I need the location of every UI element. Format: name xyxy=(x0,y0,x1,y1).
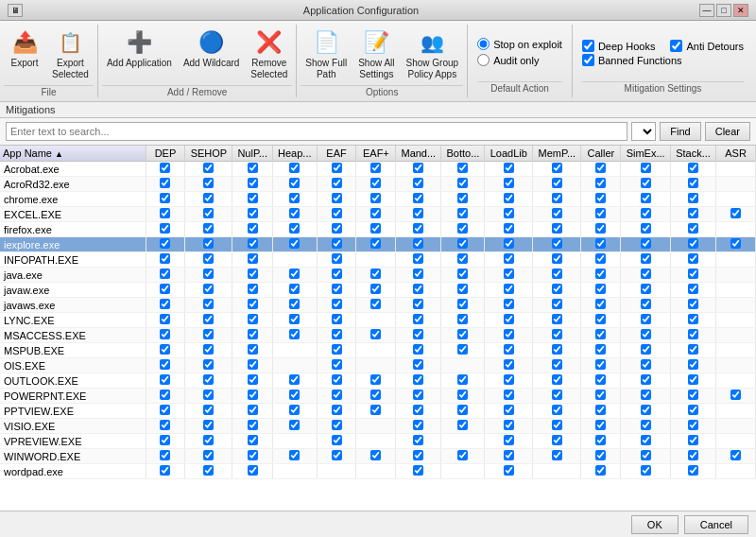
check-cell-stack[interactable] xyxy=(671,177,716,192)
checkbox-POWERPNT.EXE-eaf[interactable] xyxy=(332,390,342,400)
checkbox-VISIO.EXE-mand[interactable] xyxy=(413,420,423,430)
check-cell-heap[interactable] xyxy=(272,162,317,177)
check-cell-loadlib[interactable] xyxy=(485,449,533,464)
checkbox-POWERPNT.EXE-simex[interactable] xyxy=(641,390,651,400)
table-row[interactable]: LYNC.EXE xyxy=(0,313,756,328)
check-cell-loadlib[interactable] xyxy=(485,464,533,479)
checkbox-Acrobat.exe-simex[interactable] xyxy=(641,163,651,173)
checkbox-chrome.exe-stack[interactable] xyxy=(688,193,698,203)
check-cell-asr[interactable] xyxy=(716,404,756,419)
check-cell-loadlib[interactable] xyxy=(485,298,533,313)
check-cell-eaf[interactable] xyxy=(317,464,356,479)
check-cell-caller[interactable] xyxy=(581,389,621,404)
check-cell-dep[interactable] xyxy=(146,298,185,313)
checkbox-wordpad.exe-mand[interactable] xyxy=(413,465,423,476)
checkbox-OUTLOOK.EXE-botto[interactable] xyxy=(457,374,468,385)
check-cell-asr[interactable] xyxy=(716,222,756,237)
checkbox-Acrobat.exe-memp[interactable] xyxy=(552,163,562,173)
audit-only-radio[interactable] xyxy=(477,54,490,66)
check-cell-asr[interactable] xyxy=(716,389,756,404)
check-cell-heap[interactable] xyxy=(272,419,317,434)
checkbox-MSPUB.EXE-eaf[interactable] xyxy=(332,344,342,355)
checkbox-iexplore.exe-eafplus[interactable] xyxy=(370,238,381,249)
check-cell-mand[interactable] xyxy=(396,449,441,464)
check-cell-nulp[interactable] xyxy=(232,419,272,434)
checkbox-WINWORD.EXE-mand[interactable] xyxy=(413,450,423,460)
checkbox-INFOPATH.EXE-nulp[interactable] xyxy=(248,253,258,264)
check-cell-mand[interactable] xyxy=(396,464,441,479)
checkbox-LYNC.EXE-sehop[interactable] xyxy=(203,314,214,324)
checkbox-PPTVIEW.EXE-heap[interactable] xyxy=(289,405,300,415)
checkbox-iexplore.exe-stack[interactable] xyxy=(688,238,698,249)
check-cell-memp[interactable] xyxy=(533,449,581,464)
checkbox-INFOPATH.EXE-mand[interactable] xyxy=(413,253,423,264)
check-cell-eafplus[interactable] xyxy=(356,404,396,419)
check-cell-sehop[interactable] xyxy=(185,434,232,449)
checkbox-javaws.exe-botto[interactable] xyxy=(457,299,468,309)
check-cell-asr[interactable] xyxy=(716,328,756,343)
checkbox-OIS.EXE-loadlib[interactable] xyxy=(504,359,514,370)
check-cell-stack[interactable] xyxy=(671,268,716,283)
checkbox-LYNC.EXE-eaf[interactable] xyxy=(332,314,342,324)
check-cell-sehop[interactable] xyxy=(185,283,232,298)
check-cell-simex[interactable] xyxy=(621,222,671,237)
checkbox-javaw.exe-heap[interactable] xyxy=(289,284,300,294)
check-cell-caller[interactable] xyxy=(581,222,621,237)
checkbox-MSPUB.EXE-stack[interactable] xyxy=(688,344,698,355)
check-cell-mand[interactable] xyxy=(396,252,441,268)
table-row[interactable]: EXCEL.EXE xyxy=(0,207,756,222)
check-cell-stack[interactable] xyxy=(671,419,716,434)
export-button[interactable]: 📤 Export xyxy=(4,26,45,72)
checkbox-WINWORD.EXE-caller[interactable] xyxy=(595,450,606,460)
check-cell-caller[interactable] xyxy=(581,328,621,343)
check-cell-memp[interactable] xyxy=(533,252,581,268)
check-cell-loadlib[interactable] xyxy=(485,358,533,373)
checkbox-VISIO.EXE-eaf[interactable] xyxy=(332,420,342,430)
checkbox-LYNC.EXE-loadlib[interactable] xyxy=(504,314,514,324)
checkbox-firefox.exe-heap[interactable] xyxy=(289,223,300,234)
check-cell-mand[interactable] xyxy=(396,222,441,237)
check-cell-dep[interactable] xyxy=(146,373,185,389)
check-cell-eaf[interactable] xyxy=(317,419,356,434)
check-cell-nulp[interactable] xyxy=(232,162,272,177)
check-cell-eafplus[interactable] xyxy=(356,373,396,389)
checkbox-Acrobat.exe-heap[interactable] xyxy=(289,163,300,173)
check-cell-eaf[interactable] xyxy=(317,252,356,268)
check-cell-dep[interactable] xyxy=(146,237,185,252)
checkbox-INFOPATH.EXE-eaf[interactable] xyxy=(332,253,342,264)
check-cell-eaf[interactable] xyxy=(317,207,356,222)
check-cell-stack[interactable] xyxy=(671,404,716,419)
check-cell-caller[interactable] xyxy=(581,343,621,358)
checkbox-OUTLOOK.EXE-simex[interactable] xyxy=(641,374,651,385)
check-cell-nulp[interactable] xyxy=(232,434,272,449)
checkbox-OIS.EXE-eaf[interactable] xyxy=(332,359,342,370)
close-button[interactable]: ✕ xyxy=(733,4,748,17)
checkbox-VISIO.EXE-botto[interactable] xyxy=(457,420,468,430)
checkbox-EXCEL.EXE-asr[interactable] xyxy=(730,208,741,218)
checkbox-VPREVIEW.EXE-sehop[interactable] xyxy=(203,435,214,445)
check-cell-memp[interactable] xyxy=(533,343,581,358)
check-cell-simex[interactable] xyxy=(621,162,671,177)
check-cell-loadlib[interactable] xyxy=(485,268,533,283)
checkbox-javaw.exe-dep[interactable] xyxy=(160,284,170,294)
checkbox-OUTLOOK.EXE-loadlib[interactable] xyxy=(504,374,514,385)
check-cell-eaf[interactable] xyxy=(317,222,356,237)
checkbox-Acrobat.exe-sehop[interactable] xyxy=(203,163,214,173)
check-cell-sehop[interactable] xyxy=(185,162,232,177)
check-cell-eafplus[interactable] xyxy=(356,449,396,464)
check-cell-sehop[interactable] xyxy=(185,177,232,192)
banned-functions-option[interactable]: Banned Functions xyxy=(582,54,744,66)
check-cell-eaf[interactable] xyxy=(317,358,356,373)
check-cell-mand[interactable] xyxy=(396,177,441,192)
checkbox-EXCEL.EXE-eafplus[interactable] xyxy=(370,208,381,218)
checkbox-javaws.exe-loadlib[interactable] xyxy=(504,299,514,309)
check-cell-heap[interactable] xyxy=(272,283,317,298)
checkbox-iexplore.exe-eaf[interactable] xyxy=(332,238,342,249)
check-cell-dep[interactable] xyxy=(146,192,185,207)
anti-detours-option[interactable]: Anti Detours xyxy=(670,40,744,52)
check-cell-simex[interactable] xyxy=(621,192,671,207)
checkbox-PPTVIEW.EXE-simex[interactable] xyxy=(641,405,651,415)
table-row[interactable]: firefox.exe xyxy=(0,222,756,237)
check-cell-simex[interactable] xyxy=(621,358,671,373)
check-cell-sehop[interactable] xyxy=(185,343,232,358)
